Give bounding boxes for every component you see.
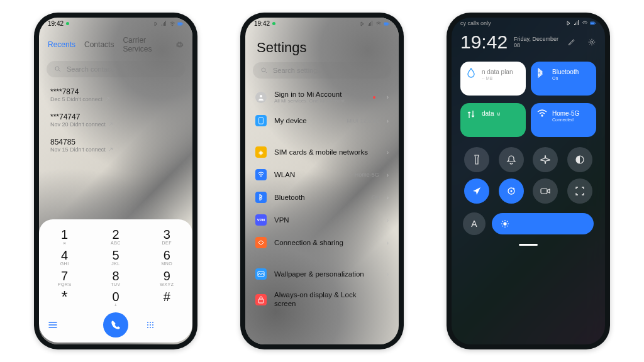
key-6[interactable]: 6MNO xyxy=(148,249,186,266)
settings-item-connection[interactable]: Connection & sharing › xyxy=(245,231,399,254)
settings-item-wlan[interactable]: WLAN Home-5G › xyxy=(245,163,399,186)
recent-call-item[interactable]: ***74747 Nov 20 Didn't connect xyxy=(39,107,192,133)
settings-item-vpn[interactable]: VPN VPN › xyxy=(245,209,399,231)
svg-rect-2 xyxy=(182,23,183,24)
toggle-airplane[interactable] xyxy=(533,147,558,172)
key-0[interactable]: 0+ xyxy=(97,290,135,307)
bluetooth-icon xyxy=(565,20,572,26)
drag-handle[interactable] xyxy=(519,244,538,246)
chevron-right-icon: › xyxy=(387,194,389,201)
battery-icon xyxy=(590,20,596,26)
toggle-font-size[interactable]: A xyxy=(463,212,486,235)
status-bar: cy calls only xyxy=(452,18,605,26)
toggle-location[interactable] xyxy=(464,178,489,204)
search-contacts-input[interactable]: Search contacts xyxy=(47,61,185,77)
edit-icon[interactable] xyxy=(567,38,576,47)
outgoing-call-icon xyxy=(108,122,113,127)
location-icon xyxy=(472,186,482,196)
wifi-icon xyxy=(169,21,175,27)
toggle-scanner[interactable] xyxy=(567,178,592,204)
account-avatar-icon xyxy=(255,92,267,103)
menu-button[interactable] xyxy=(48,321,86,329)
carrier-text: cy calls only xyxy=(460,20,491,26)
key-2[interactable]: 2ABC xyxy=(97,228,135,245)
chevron-right-icon: › xyxy=(387,172,389,178)
tab-recents[interactable]: Recents xyxy=(48,40,75,49)
phone-dialer: 19:42 Recents Contacts Carrier Services … xyxy=(34,13,197,349)
bluetooth-icon xyxy=(537,68,547,89)
data-arrows-icon xyxy=(467,109,477,131)
tab-contacts[interactable]: Contacts xyxy=(84,40,114,49)
svg-point-10 xyxy=(147,327,148,328)
call-button[interactable] xyxy=(103,312,128,337)
svg-point-9 xyxy=(152,324,153,326)
key-9[interactable]: 9WXYZ xyxy=(148,270,186,287)
settings-item-account[interactable]: Sign in to Mi AccountAll Mi services. On… xyxy=(245,85,399,109)
chevron-right-icon: › xyxy=(387,149,389,156)
tab-carrier-services[interactable]: Carrier Services xyxy=(123,36,166,53)
tile-mobile-data[interactable]: dataM xyxy=(460,103,526,137)
toggle-rotation[interactable] xyxy=(499,178,524,204)
settings-item-sim[interactable]: ◈ SIM cards & mobile networks › xyxy=(245,141,399,163)
key-3[interactable]: 3DEF xyxy=(148,228,186,245)
status-icons xyxy=(565,20,596,26)
status-icons xyxy=(359,21,390,27)
wifi-icon xyxy=(582,20,588,26)
svg-point-27 xyxy=(510,190,512,192)
wifi-icon xyxy=(537,109,547,131)
key-star[interactable]: * xyxy=(46,290,84,307)
sim-icon: ◈ xyxy=(255,146,267,158)
settings-item-wallpaper[interactable]: Wallpaper & personalization › xyxy=(245,263,399,285)
brightness-slider[interactable] xyxy=(492,213,594,234)
svg-point-6 xyxy=(152,322,153,323)
rotation-lock-icon xyxy=(506,186,516,196)
brightness-icon xyxy=(501,219,509,228)
chevron-right-icon: › xyxy=(387,239,389,246)
bluetooth-icon xyxy=(153,21,159,27)
settings-item-bluetooth[interactable]: Bluetooth On › xyxy=(245,186,399,209)
lock-icon xyxy=(255,294,267,305)
settings-gear-icon[interactable] xyxy=(587,38,596,47)
dialpad-toggle-button[interactable] xyxy=(146,321,184,329)
tile-wifi[interactable]: Home-5GConnected xyxy=(531,103,596,137)
outgoing-call-icon xyxy=(108,147,113,152)
toggle-screen-record[interactable] xyxy=(533,178,558,204)
key-4[interactable]: 4GHI xyxy=(46,249,84,266)
recent-call-item[interactable]: 854785 Nov 15 Didn't connect xyxy=(39,133,192,158)
settings-item-mydevice[interactable]: My device MIUI 12.5.11 › xyxy=(245,109,399,132)
status-icons xyxy=(153,21,184,27)
flashlight-icon xyxy=(472,154,481,165)
key-hash[interactable]: # xyxy=(148,290,186,307)
chevron-right-icon: › xyxy=(387,217,389,224)
key-7[interactable]: 7PQRS xyxy=(46,270,84,287)
clock-large: 19:42 xyxy=(460,31,508,53)
video-icon xyxy=(540,187,550,195)
phone-icon xyxy=(110,319,121,331)
search-placeholder: Search settings xyxy=(273,67,321,74)
svg-point-4 xyxy=(147,322,148,323)
signal-icon xyxy=(574,20,580,26)
key-1[interactable]: 1∞ xyxy=(46,228,84,245)
recent-call-item[interactable]: ****7874 Dec 5 Didn't connect xyxy=(39,82,192,107)
settings-item-lockscreen[interactable]: Always-on display & Lock screen › xyxy=(245,285,399,314)
font-icon: A xyxy=(471,219,477,229)
tile-bluetooth[interactable]: BluetoothOn xyxy=(531,62,596,96)
tile-data-plan[interactable]: n data plan-- MB xyxy=(460,62,526,96)
status-bar: 19:42 xyxy=(245,18,399,27)
toggle-dnd[interactable] xyxy=(499,147,524,172)
search-settings-input[interactable]: Search settings xyxy=(253,62,391,79)
key-5[interactable]: 5JKL xyxy=(97,249,135,266)
search-icon xyxy=(54,65,62,73)
svg-point-5 xyxy=(150,322,151,323)
chevron-right-icon: › xyxy=(387,296,389,303)
bell-icon xyxy=(506,155,516,165)
settings-gear-icon[interactable] xyxy=(175,40,184,49)
dark-mode-icon xyxy=(575,155,585,165)
toggle-flashlight[interactable] xyxy=(464,147,489,172)
svg-rect-15 xyxy=(389,23,389,24)
svg-point-3 xyxy=(55,67,59,70)
toggle-dark-mode[interactable] xyxy=(567,147,592,172)
svg-point-16 xyxy=(262,68,265,72)
svg-rect-20 xyxy=(258,299,264,303)
key-8[interactable]: 8TUV xyxy=(97,270,135,287)
